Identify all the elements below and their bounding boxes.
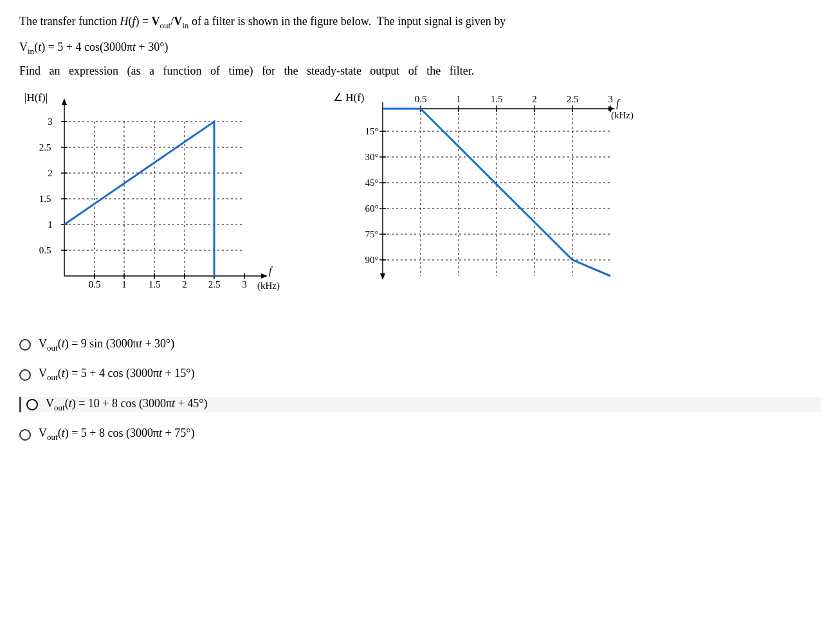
svg-text:|H(f)|: |H(f)| <box>24 91 48 104</box>
find-line: Find an expression (as a function of tim… <box>19 64 821 78</box>
answer-text-d: Vout(t) = 5 + 8 cos (3000πt + 75°) <box>39 427 194 443</box>
svg-text:45°: 45° <box>365 178 379 188</box>
svg-text:(kHz): (kHz) <box>611 110 634 121</box>
intro-text: The transfer function H(f) = Vout/Vin of… <box>19 13 821 32</box>
svg-text:1.5: 1.5 <box>39 194 51 204</box>
svg-text:0.5: 0.5 <box>89 279 101 289</box>
svg-text:3: 3 <box>48 116 53 127</box>
svg-text:60°: 60° <box>365 203 379 214</box>
radio-b[interactable] <box>19 369 31 381</box>
svg-text:2.5: 2.5 <box>39 142 51 152</box>
svg-text:1: 1 <box>48 219 53 230</box>
svg-text:2: 2 <box>48 168 53 178</box>
svg-text:1.5: 1.5 <box>149 279 161 289</box>
svg-marker-2 <box>62 98 67 105</box>
answer-text-a: Vout(t) = 9 sin (3000πt + 30°) <box>39 337 174 353</box>
chart2-container: ∠ H(f) f (kHz) 0.5 1 1. <box>328 89 650 311</box>
answer-text-b: Vout(t) = 5 + 4 cos (3000πt + 15°) <box>39 367 194 383</box>
svg-text:90°: 90° <box>365 255 379 265</box>
svg-marker-44 <box>380 273 385 280</box>
svg-text:1: 1 <box>456 94 461 104</box>
answers-section: Vout(t) = 9 sin (3000πt + 30°) Vout(t) =… <box>19 337 821 443</box>
svg-marker-4 <box>261 273 268 279</box>
svg-text:f: f <box>269 265 273 277</box>
svg-text:0.5: 0.5 <box>39 245 51 255</box>
radio-d[interactable] <box>19 429 31 441</box>
answer-option-c[interactable]: Vout(t) = 10 + 8 cos (3000πt + 45°) <box>19 397 821 413</box>
answer-option-d[interactable]: Vout(t) = 5 + 8 cos (3000πt + 75°) <box>19 427 821 443</box>
chart2-svg: ∠ H(f) f (kHz) 0.5 1 1. <box>328 89 650 308</box>
radio-a[interactable] <box>19 339 31 351</box>
svg-text:15°: 15° <box>365 126 379 136</box>
svg-text:2.5: 2.5 <box>567 94 579 104</box>
svg-text:∠ H(f): ∠ H(f) <box>333 91 365 104</box>
svg-text:3: 3 <box>242 279 247 289</box>
answer-text-c: Vout(t) = 10 + 8 cos (3000πt + 45°) <box>46 397 207 413</box>
svg-text:(kHz): (kHz) <box>257 280 280 291</box>
svg-text:f: f <box>616 98 621 109</box>
svg-text:3: 3 <box>608 94 613 104</box>
chart1-container: |H(f)| f (kHz) <box>19 89 289 311</box>
chart1-svg: |H(f)| f (kHz) <box>19 89 289 308</box>
svg-text:2.5: 2.5 <box>208 279 221 289</box>
svg-text:2: 2 <box>182 279 187 289</box>
input-signal: Vin(t) = 5 + 4 cos(3000πt + 30°) <box>19 41 821 57</box>
radio-c[interactable] <box>26 399 38 410</box>
charts-row: |H(f)| f (kHz) <box>19 89 821 311</box>
answer-option-a[interactable]: Vout(t) = 9 sin (3000πt + 30°) <box>19 337 821 353</box>
svg-text:1: 1 <box>122 279 127 289</box>
answer-option-b[interactable]: Vout(t) = 5 + 4 cos (3000πt + 15°) <box>19 367 821 383</box>
svg-text:2: 2 <box>532 94 537 104</box>
svg-text:0.5: 0.5 <box>415 94 427 104</box>
svg-text:30°: 30° <box>365 152 379 162</box>
svg-text:1.5: 1.5 <box>491 94 503 104</box>
svg-text:75°: 75° <box>365 229 379 239</box>
